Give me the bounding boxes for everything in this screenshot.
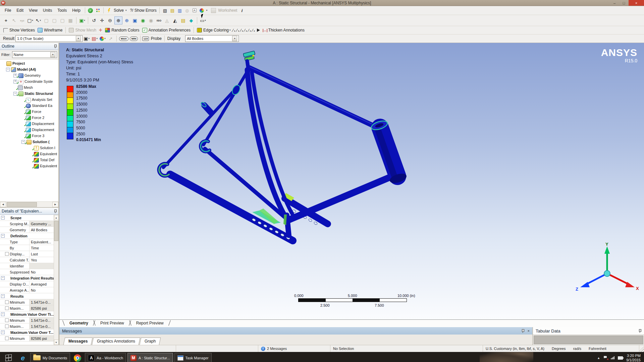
- graphics-tool-icon[interactable]: ↺: [90, 17, 98, 24]
- details-row[interactable]: Geometry All Bodies: [0, 227, 54, 233]
- graphics-tool-icon[interactable]: ▦: [67, 17, 74, 24]
- scroll-up-icon[interactable]: ▲: [54, 215, 59, 220]
- viewport-tab[interactable]: Print Preview: [94, 320, 130, 326]
- tray-expand-icon[interactable]: ▲: [597, 356, 600, 360]
- tree-item[interactable]: ✓ Equivalent: [0, 151, 58, 157]
- new-section-plane-icon[interactable]: ▧: [162, 7, 168, 14]
- show-errors-button[interactable]: ?/ Show Errors: [130, 8, 156, 13]
- network-icon[interactable]: [611, 356, 614, 359]
- details-row[interactable]: Type Equivalent...: [0, 239, 54, 245]
- section-collapse-icon[interactable]: [1, 312, 5, 316]
- action-center-flag-icon[interactable]: [603, 356, 607, 360]
- result-scale-combobox[interactable]: 1.0 (True Scale)▾: [15, 35, 83, 42]
- connections-icon[interactable]: [95, 7, 101, 14]
- combo-caret-icon[interactable]: ▾: [76, 36, 81, 41]
- annotation-preferences-button[interactable]: ✓Annotation Preferences: [142, 28, 191, 33]
- pin-icon[interactable]: [54, 45, 57, 48]
- graphics-tool-icon[interactable]: ⊖: [106, 17, 114, 24]
- edge-style-button[interactable]: ∕▾: [236, 28, 239, 33]
- thicken-annotations-button[interactable]: |↔|Thicken Annotations: [263, 28, 305, 33]
- details-row[interactable]: Results: [0, 293, 54, 299]
- my-documents-button[interactable]: My Documents: [30, 353, 70, 362]
- selection-info-icon[interactable]: i: [238, 7, 245, 14]
- tree-item[interactable]: ✓ Standard Ea: [0, 103, 58, 109]
- max-annotation-button[interactable]: MAX: [119, 37, 128, 41]
- menu-item[interactable]: Tools: [55, 7, 69, 14]
- mesh-axes-icon[interactable]: ✛: [99, 28, 102, 33]
- tree-item[interactable]: − ✓ Model (A4): [0, 66, 58, 72]
- tree-item[interactable]: ✓ Equivalent: [0, 163, 58, 169]
- probe-button[interactable]: Probe: [151, 36, 162, 41]
- graphics-tool-icon[interactable]: ISO: [155, 17, 163, 24]
- tree-item[interactable]: ✓ Force 3: [0, 133, 58, 139]
- menu-item[interactable]: View: [26, 7, 40, 14]
- details-row-value[interactable]: No: [30, 287, 54, 293]
- pin-icon[interactable]: [638, 329, 641, 333]
- menu-item[interactable]: Units: [40, 7, 55, 14]
- details-row-value[interactable]: 82586 psi: [30, 305, 54, 311]
- details-checkbox[interactable]: [5, 252, 9, 256]
- graphics-tool-icon[interactable]: ▣: [131, 17, 139, 24]
- tree-item[interactable]: ✓ Solution I: [0, 145, 58, 151]
- graphics-tool-icon[interactable]: ⌖: [2, 17, 10, 24]
- details-row[interactable]: Maxim... 1.5471e-0...: [0, 323, 54, 329]
- details-row[interactable]: Definition: [0, 233, 54, 239]
- scrollbar-thumb[interactable]: [7, 202, 37, 207]
- outline-horizontal-scrollbar[interactable]: ◀ ▶: [0, 201, 58, 207]
- random-colors-button[interactable]: Random Colors: [105, 28, 139, 33]
- details-row-value[interactable]: Averaged: [30, 281, 54, 287]
- tree-item[interactable]: ✓ Force 2: [0, 115, 58, 121]
- direction-arrow-icon[interactable]: [257, 28, 260, 32]
- start-button[interactable]: [0, 352, 16, 362]
- orientation-triad[interactable]: Y X Z: [564, 242, 641, 306]
- details-checkbox[interactable]: [5, 324, 9, 328]
- tree-item[interactable]: ✓ Total Def: [0, 157, 58, 163]
- tree-expander[interactable]: −: [6, 68, 10, 71]
- chart-icon[interactable]: ▥: [176, 7, 183, 14]
- details-row[interactable]: Display O... Averaged: [0, 281, 54, 287]
- details-row[interactable]: Average A... No: [0, 287, 54, 293]
- details-row-value[interactable]: Equivalent...: [30, 239, 54, 245]
- scrollbar-thumb[interactable]: [54, 221, 58, 241]
- menu-item[interactable]: File: [2, 7, 14, 14]
- details-row[interactable]: Scoping M... Geometry ...: [0, 221, 54, 227]
- details-row[interactable]: Minimum Value Over Ti...: [0, 311, 54, 317]
- messages-tab[interactable]: Graphics Annotations: [92, 338, 141, 345]
- solve-icon[interactable]: [106, 7, 112, 14]
- tree-item[interactable]: − ✓ Static Structural: [0, 90, 58, 97]
- graphics-tool-icon[interactable]: ▤: [179, 17, 187, 24]
- color-sphere-icon[interactable]: [199, 7, 205, 14]
- messages-tab[interactable]: Graph: [140, 338, 161, 345]
- graphics-tool-icon[interactable]: ◉: [139, 17, 147, 24]
- tabular-data-body[interactable]: [534, 336, 643, 344]
- details-row-value[interactable]: No: [30, 269, 54, 275]
- combo-caret-icon[interactable]: ▾: [232, 36, 237, 41]
- text-annotation-icon[interactable]: A: [191, 7, 198, 14]
- details-row-value[interactable]: Geometry ...: [30, 221, 54, 227]
- pin-icon[interactable]: [54, 209, 57, 213]
- section-collapse-icon[interactable]: [1, 216, 5, 220]
- viewport-tab[interactable]: Geometry: [63, 320, 94, 326]
- graphics-tool-icon[interactable]: [197, 17, 197, 24]
- graphics-viewport[interactable]: A: Static Structural Equivalent Stress 2…: [59, 43, 644, 319]
- graphics-tool-icon[interactable]: ◆: [187, 17, 195, 24]
- clock[interactable]: 3:20 PM 9/1/2015: [626, 354, 641, 362]
- details-row[interactable]: Maximum Value Over T...: [0, 329, 54, 336]
- graphics-tool-icon[interactable]: ▢: [26, 17, 34, 24]
- graphics-tool-icon[interactable]: ◬: [163, 17, 171, 24]
- min-annotation-button[interactable]: MIN: [130, 37, 138, 41]
- details-checkbox[interactable]: [5, 337, 9, 340]
- details-checkbox[interactable]: [5, 300, 9, 304]
- filter-combobox[interactable]: Name▾: [12, 51, 57, 58]
- tree-item[interactable]: ✓ Displacement: [0, 121, 58, 127]
- details-row[interactable]: Maxim... 82586 psi: [0, 305, 54, 311]
- section-collapse-icon[interactable]: [1, 294, 5, 298]
- details-row-value[interactable]: Last: [30, 251, 54, 257]
- details-row[interactable]: Display... Last: [0, 251, 54, 257]
- details-row[interactable]: Minimum 82586 psi: [0, 336, 54, 342]
- edge-coloring-button[interactable]: Edge Coloring▾: [197, 28, 231, 33]
- details-row[interactable]: Identifier: [0, 263, 54, 269]
- tree-item[interactable]: + ✓ Coordinate Syste: [0, 78, 58, 84]
- rainbow-sphere-icon[interactable]: [99, 35, 106, 42]
- graphics-tool-icon[interactable]: ◉: [147, 17, 155, 24]
